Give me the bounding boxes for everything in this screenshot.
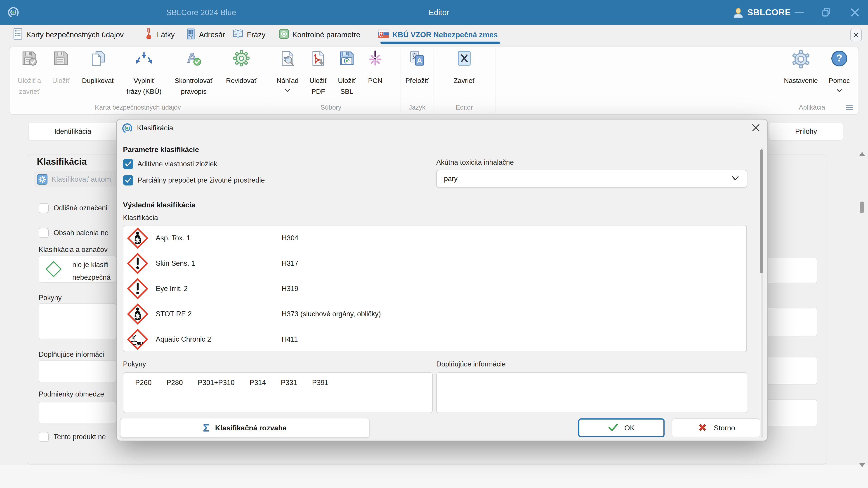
partial-checkbox-label: Parciálny prepočet pre životné prostredi… (137, 175, 265, 186)
settings-button[interactable]: Nastavenie (780, 46, 821, 102)
p-code: P280 (166, 379, 183, 387)
save-button[interactable]: Uložiť (48, 46, 74, 102)
package-content-checkbox[interactable] (39, 228, 49, 238)
control-parameters-icon (279, 29, 289, 41)
classify-auto-gear-icon (37, 174, 48, 186)
duplicate-icon (90, 50, 107, 68)
ghs07-exclamation-icon (127, 278, 148, 300)
pcn-starburst-icon (367, 50, 384, 68)
tab-adresar[interactable]: Adresár (186, 25, 225, 45)
svg-text:?: ? (836, 53, 842, 64)
scroll-up-arrow[interactable] (859, 152, 865, 156)
window-scrollbar-thumb[interactable] (860, 201, 864, 213)
tab-label: Adresár (199, 31, 225, 39)
revise-button[interactable]: Revidovať (222, 46, 260, 102)
classification-row[interactable]: Asp. Tox. 1 H304 (123, 225, 746, 251)
not-classified-line1: nie je klasifi (72, 260, 108, 270)
tab-latky[interactable]: Látky (144, 25, 175, 45)
dialog-dopl-textarea[interactable] (436, 372, 747, 413)
ghs08-health-hazard-icon (127, 228, 148, 250)
form-tab-identifikacia[interactable]: Identifikácia (29, 123, 117, 140)
tab-kontrolne-parametre[interactable]: Kontrolné parametre (279, 25, 360, 45)
tab-label: Frázy (247, 31, 266, 39)
background-input[interactable] (764, 258, 817, 283)
different-labelling-label: Odlišné označeni (54, 203, 107, 213)
settings-gear-icon (792, 50, 810, 70)
maximize-button[interactable] (819, 0, 833, 25)
close-document-icon (456, 50, 473, 68)
background-input[interactable] (764, 399, 817, 426)
chevron-down-icon (836, 89, 842, 94)
podmienky-textarea[interactable] (39, 402, 116, 423)
spellcheck-button[interactable]: A Skontrolovať pravopis (169, 46, 219, 102)
group-separator (775, 49, 775, 112)
classification-row[interactable]: STOT RE 2 H373 (sluchové orgány, obličky… (123, 301, 746, 327)
scroll-down-arrow[interactable] (859, 463, 865, 467)
open-book-icon (232, 28, 244, 41)
podmienky-label: Podmienky obmedze (39, 389, 104, 399)
p-code: P391 (312, 379, 329, 387)
help-icon: ? (831, 50, 848, 68)
preview-button[interactable]: Náhľad (272, 46, 303, 102)
acute-toxicity-dropdown[interactable]: pary (436, 170, 747, 188)
package-content-label: Obsah balenia ne (54, 228, 108, 238)
classification-labelling-label: Klasifikácia a označov (39, 245, 107, 255)
classification-list-label: Klasifikácia (123, 213, 158, 223)
group-label-files: Súbory (286, 102, 376, 112)
minimize-button[interactable] (793, 0, 806, 25)
close-window-button[interactable] (848, 0, 862, 25)
ribbon-collapse-icon[interactable] (845, 104, 853, 111)
different-labelling-checkbox[interactable] (39, 203, 49, 213)
chevron-down-icon (284, 89, 291, 94)
close-document-tab-button[interactable] (850, 29, 862, 41)
form-section-title: Klasifikácia (37, 156, 87, 167)
cancel-button[interactable]: Storno (672, 418, 761, 437)
background-input[interactable] (764, 357, 817, 385)
p-code: P260 (135, 379, 151, 387)
product-checkbox[interactable] (39, 432, 49, 442)
classification-row[interactable]: Skin Sens. 1 H317 (123, 251, 746, 276)
tab-label: KBÚ VZOR Nebezpečná zmes (393, 31, 498, 39)
ghs07-exclamation-icon (127, 253, 148, 275)
tab-frazy[interactable]: Frázy (232, 25, 266, 45)
dialog-title: Klasifikácia (137, 122, 173, 134)
dialog-close-icon[interactable] (751, 123, 761, 133)
group-separator (267, 49, 267, 112)
save-sbl-button[interactable]: Uložiť SBL (333, 46, 360, 102)
dialog-dopl-label: Doplňujúce informácie (436, 359, 506, 369)
classification-row[interactable]: Aquatic Chronic 2 H411 (123, 327, 746, 352)
pokyny-textarea[interactable] (39, 303, 116, 339)
dopl-info-textarea[interactable] (39, 360, 116, 382)
partial-checkbox[interactable] (123, 175, 133, 186)
fill-phrases-button[interactable]: Vyplniť frázy (KBÚ) (121, 46, 166, 102)
app-logo-icon (7, 6, 20, 20)
duplicate-button[interactable]: Duplikovať (79, 46, 117, 102)
tab-label: Kontrolné parametre (292, 31, 360, 39)
p-codes-box[interactable]: P260 P280 P301+P310 P314 P331 P391 (123, 372, 433, 413)
flask-icon (144, 28, 154, 42)
close-editor-button[interactable]: Zavrieť (446, 46, 483, 102)
params-heading: Parametre klasifikácie (123, 144, 199, 155)
additive-checkbox[interactable] (123, 159, 133, 169)
save-pdf-button[interactable]: Uložiť PDF (305, 46, 332, 102)
p-code: P331 (281, 379, 297, 387)
classification-balance-button[interactable]: Σ Klasifikačná rozvaha (120, 418, 370, 438)
pcn-button[interactable]: PCN (363, 46, 388, 102)
group-label-sds: Karta bezpečnostných údajov (70, 102, 206, 112)
form-tab-prilohy[interactable]: Prílohy (770, 123, 843, 140)
sbl-floppy-icon (338, 50, 355, 68)
spellcheck-icon: A (185, 50, 202, 68)
pdf-icon (310, 50, 327, 68)
dialog-scrollbar-thumb[interactable] (760, 149, 763, 273)
check-icon (608, 423, 618, 433)
building-icon (186, 28, 196, 42)
background-input[interactable] (764, 308, 817, 336)
translate-button[interactable]: A Přeložiť (401, 46, 433, 102)
help-button[interactable]: ? Pomoc (825, 46, 854, 102)
tab-karty-bezpecnostnych-udajov[interactable]: Karty bezpečnostných údajov (13, 25, 124, 45)
classification-row[interactable]: Eye Irrit. 2 H319 (123, 276, 746, 301)
result-heading: Výsledná klasifikácia (123, 199, 195, 210)
group-label-app: Aplikácia (778, 102, 846, 112)
save-and-close-button[interactable]: Uložiť a zavrieť (12, 46, 46, 102)
ok-button[interactable]: OK (578, 418, 664, 437)
